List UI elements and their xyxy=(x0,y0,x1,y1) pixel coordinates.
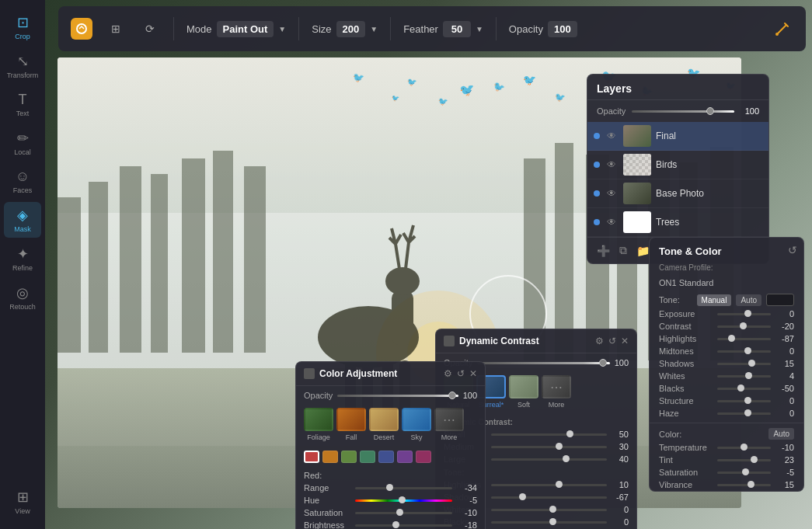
tone-slider-temperature[interactable] xyxy=(717,447,771,449)
layer-add-btn[interactable]: ➕ xyxy=(597,245,610,257)
sidebar-item-faces[interactable]: ☺ Faces xyxy=(4,164,41,199)
sidebar-item-refine[interactable]: ✦ Refine xyxy=(4,241,41,277)
ca-swatch-purple[interactable] xyxy=(397,451,413,463)
tone-slider-haze[interactable] xyxy=(717,412,771,415)
tone-slider-saturation[interactable] xyxy=(717,472,771,474)
layers-opacity-slider[interactable] xyxy=(632,110,734,113)
ca-swatch-orange[interactable] xyxy=(322,451,338,463)
sidebar-item-mask[interactable]: ◈ Mask xyxy=(4,202,41,238)
layer-row-trees[interactable]: 👁 Trees xyxy=(587,208,768,237)
ca-preset-sky[interactable]: Sky xyxy=(402,408,431,441)
feather-dropdown-icon[interactable]: ▼ xyxy=(476,25,483,33)
feather-value[interactable]: 50 xyxy=(443,21,471,37)
tone-manual-btn[interactable]: Manual xyxy=(697,294,732,306)
dc-preset-soft[interactable]: Soft xyxy=(509,375,538,409)
ca-slider-saturation[interactable] xyxy=(355,512,452,514)
tone-auto-btn[interactable]: Auto xyxy=(736,294,761,306)
ca-preset-fall[interactable]: Fall xyxy=(336,408,366,441)
tone-slider-vibrance[interactable] xyxy=(717,484,771,486)
ca-swatch-teal[interactable] xyxy=(360,451,375,463)
dc-slider-large[interactable] xyxy=(491,458,607,461)
ca-preset-desert[interactable]: Desert xyxy=(369,408,399,441)
tone-slider-contrast[interactable] xyxy=(717,325,771,328)
layer-eye-trees[interactable]: 👁 xyxy=(605,215,619,229)
dc-close-btn[interactable]: ✕ xyxy=(621,336,629,346)
ca-value-saturation: -10 xyxy=(457,508,477,517)
ca-slider-range[interactable] xyxy=(355,487,452,489)
tone-value-input[interactable]: 100 xyxy=(766,294,794,306)
paint-brush-icon[interactable] xyxy=(772,18,793,40)
dc-slider-highlights[interactable] xyxy=(491,484,607,486)
tone-slider-label-vibrance: Vibrance xyxy=(659,480,713,489)
tone-slider-midtones[interactable] xyxy=(717,350,771,353)
size-dropdown-icon[interactable]: ▼ xyxy=(370,25,378,33)
dc-slider-blacks[interactable] xyxy=(491,521,607,524)
layer-name-final: Final xyxy=(656,131,762,141)
tone-slider-label-saturation: Saturation xyxy=(659,468,713,477)
tone-slider-blacks[interactable] xyxy=(717,388,771,390)
dc-slider-medium[interactable] xyxy=(491,446,607,448)
tone-slider-label-midtones: Midtones xyxy=(659,346,713,356)
toolbar-icon2[interactable]: ⊞ xyxy=(105,18,127,40)
dc-value-highlights: 10 xyxy=(612,480,629,489)
layer-row-basephoto[interactable]: 👁 Base Photo xyxy=(587,179,768,208)
tone-slider-structure[interactable] xyxy=(717,400,771,402)
dc-value-small: 50 xyxy=(612,430,629,439)
tone-slider-label-shadows: Shadows xyxy=(659,359,713,368)
layer-dot-trees xyxy=(594,219,600,225)
mode-value[interactable]: Paint Out xyxy=(217,21,274,37)
layer-duplicate-btn[interactable]: ⧉ xyxy=(619,244,627,257)
ca-opacity-slider[interactable] xyxy=(337,395,458,397)
ca-preset-foliage[interactable]: Foliage xyxy=(304,408,333,441)
ca-slider-brightness[interactable] xyxy=(355,524,452,527)
mode-dropdown-icon[interactable]: ▼ xyxy=(278,25,286,33)
ca-close-btn[interactable]: ✕ xyxy=(469,368,477,379)
layer-row-birds[interactable]: 👁 Birds xyxy=(587,151,768,179)
text-icon: T xyxy=(19,92,27,108)
layer-eye-basephoto[interactable]: 👁 xyxy=(605,186,619,200)
color-auto-btn[interactable]: Auto xyxy=(768,428,794,440)
ca-reset-btn[interactable]: ↺ xyxy=(457,368,465,379)
sidebar-item-text[interactable]: T Text xyxy=(4,87,41,122)
divider3 xyxy=(390,17,391,40)
tone-slider-tint[interactable] xyxy=(717,459,771,461)
toolbar-main-icon[interactable] xyxy=(71,18,92,40)
dc-slider-shadows[interactable] xyxy=(491,496,607,499)
layer-eye-final[interactable]: 👁 xyxy=(605,129,619,143)
faces-label: Faces xyxy=(13,186,33,194)
tone-slider-whites[interactable] xyxy=(717,375,771,378)
sidebar-item-local[interactable]: ✏ Local xyxy=(4,125,41,161)
tone-close-btn[interactable]: ↺ xyxy=(788,244,797,256)
layer-thumb-final xyxy=(623,125,651,147)
ca-settings-btn[interactable]: ⚙ xyxy=(444,368,452,379)
dc-slider-whites[interactable] xyxy=(491,509,607,511)
layer-eye-birds[interactable]: 👁 xyxy=(605,158,619,172)
tone-slider-shadows[interactable] xyxy=(717,363,771,365)
layer-thumb-basephoto xyxy=(623,183,651,204)
ca-slider-label-saturation: Saturation xyxy=(304,508,350,517)
sidebar-item-retouch[interactable]: ◎ Retouch xyxy=(4,280,41,315)
ca-swatch-blue[interactable] xyxy=(378,451,394,463)
dc-opacity-slider[interactable] xyxy=(477,362,609,364)
sidebar-item-transform[interactable]: ⤡ Transform xyxy=(4,48,41,84)
ca-slider-row-saturation: Saturation-10 xyxy=(296,506,485,519)
sidebar-item-view[interactable]: ⊞ View xyxy=(4,484,41,520)
dc-reset-btn[interactable]: ↺ xyxy=(608,336,616,346)
ca-swatch-magenta[interactable] xyxy=(416,451,431,463)
tone-slider-highlights[interactable] xyxy=(717,338,771,340)
size-value[interactable]: 200 xyxy=(336,21,366,37)
toolbar-icon3[interactable]: ⟳ xyxy=(139,18,161,40)
sidebar-item-crop[interactable]: ⊡ Crop xyxy=(4,9,41,45)
layer-group-btn[interactable]: 📁 xyxy=(636,245,650,257)
ca-slider-hue[interactable] xyxy=(355,499,452,502)
crop-label: Crop xyxy=(15,33,30,40)
ca-swatch-green[interactable] xyxy=(341,451,357,463)
dc-preset-more[interactable]: ⋯ More xyxy=(542,375,571,409)
ca-preset-more[interactable]: ⋯ More xyxy=(434,408,464,441)
layer-row-final[interactable]: 👁 Final xyxy=(587,122,768,151)
opacity-value[interactable]: 100 xyxy=(548,21,577,37)
ca-swatch-red[interactable] xyxy=(304,451,319,463)
tone-slider-exposure[interactable] xyxy=(717,313,771,315)
dc-settings-btn[interactable]: ⚙ xyxy=(595,336,604,346)
dc-slider-small[interactable] xyxy=(491,433,607,436)
